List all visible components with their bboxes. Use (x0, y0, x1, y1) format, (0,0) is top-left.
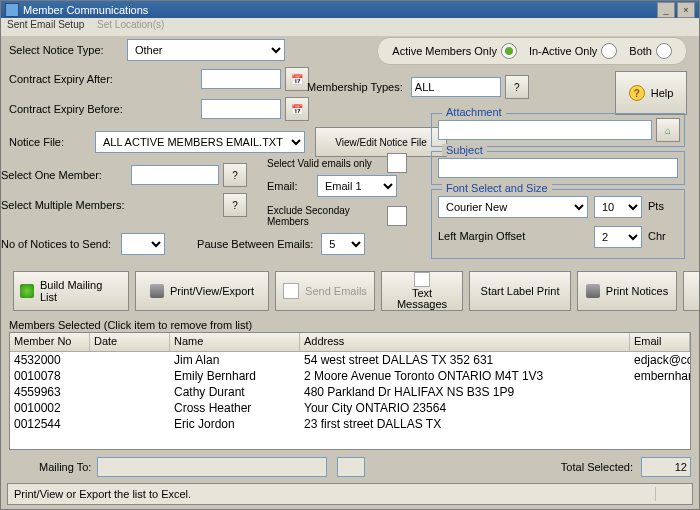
subject-fieldset: Subject (431, 151, 685, 185)
attachment-fieldset: Attachment ⌂ (431, 113, 685, 147)
members-list: Members Selected (Click item to remove f… (9, 319, 691, 471)
folder-icon: ⌂ (665, 125, 671, 136)
radio-both[interactable]: Both (629, 43, 672, 59)
build-mailing-list-button[interactable]: Build Mailing List (13, 271, 129, 311)
notice-file-select[interactable]: ALL ACTIVE MEMBERS EMAIL.TXT (95, 131, 305, 153)
contract-before-date-button[interactable]: 📅 (285, 97, 309, 121)
bottom-row: Mailing To: Total Selected: (9, 455, 691, 479)
pts-label: Pts (648, 200, 664, 212)
notice-type-label: Select Notice Type: (9, 44, 123, 56)
no-notices-select[interactable] (121, 233, 165, 255)
grid-header: Member No Date Name Address Email (10, 333, 690, 352)
send-emails-button[interactable]: Send Emails (275, 271, 375, 311)
app-icon (5, 3, 19, 17)
printer-icon (150, 284, 164, 298)
mail-icon (283, 283, 299, 299)
start-label-print-button[interactable]: Start Label Print (469, 271, 571, 311)
total-selected-label: Total Selected: (561, 461, 633, 473)
window: Member Communications _ × Sent Email Set… (0, 0, 700, 510)
col-name[interactable]: Name (170, 333, 300, 351)
membership-types-label: Membership Types: (307, 81, 403, 93)
attachment-legend: Attachment (442, 106, 506, 118)
help-button[interactable]: ? Help (615, 71, 687, 115)
email-select[interactable]: Email 1 (317, 175, 397, 197)
printer-icon (586, 284, 600, 298)
contract-before-label: Contract Expiry Before: (9, 103, 139, 115)
table-row[interactable]: 4559963Cathy Durant480 Parkland Dr HALIF… (10, 384, 690, 400)
contract-after-label: Contract Expiry After: (9, 73, 139, 85)
notice-type-select[interactable]: Other (127, 39, 285, 61)
table-row[interactable]: 0010078Emily Bernhard2 Moore Avenue Toro… (10, 368, 690, 384)
close-button[interactable]: × (677, 2, 695, 18)
select-multiple-label: Select Multiple Members: (1, 199, 137, 211)
col-date[interactable]: Date (90, 333, 170, 351)
titlebar: Member Communications _ × (1, 1, 699, 18)
print-notices-button[interactable]: Print Notices (577, 271, 677, 311)
radio-active[interactable]: Active Members Only (392, 43, 517, 59)
pause-select[interactable]: 5 (321, 233, 365, 255)
plus-icon (20, 284, 34, 298)
select-one-input[interactable] (131, 165, 219, 185)
exclude-secondary-checkbox[interactable] (387, 206, 407, 226)
select-valid-label: Select Valid emails only (267, 158, 387, 169)
font-size-select[interactable]: 10 (594, 196, 642, 218)
attachment-browse-button[interactable]: ⌂ (656, 118, 680, 142)
radio-icon (656, 43, 672, 59)
action-toolbar: Build Mailing List Print/View/Export Sen… (13, 271, 687, 311)
table-row[interactable]: 4532000Jim Alan54 west street DALLAS TX … (10, 352, 690, 368)
radio-icon (501, 43, 517, 59)
contract-after-input[interactable] (201, 69, 281, 89)
col-address[interactable]: Address (300, 333, 630, 351)
no-notices-label: No of Notices to Send: (1, 238, 111, 250)
help-icon: ? (629, 85, 645, 101)
menu-set-locations: Set Location(s) (97, 19, 164, 30)
calendar-icon: 📅 (291, 104, 303, 115)
total-selected-value (641, 457, 691, 477)
chr-label: Chr (648, 230, 666, 242)
font-legend: Font Select and Size (442, 182, 552, 194)
window-title: Member Communications (23, 4, 148, 16)
mailing-to-input[interactable] (97, 457, 327, 477)
table-row[interactable]: 0012544Eric Jordon23 first street DALLAS… (10, 416, 690, 432)
print-view-export-button[interactable]: Print/View/Export (135, 271, 269, 311)
grid-body[interactable]: 4532000Jim Alan54 west street DALLAS TX … (10, 352, 690, 448)
status-bar: Print/View or Export the list to Excel. (7, 483, 693, 505)
select-valid-checkbox[interactable] (387, 153, 407, 173)
pause-label: Pause Between Emails: (197, 238, 313, 250)
email-label: Email: (267, 180, 317, 192)
menubar: Sent Email Setup Set Location(s) (1, 18, 699, 36)
minimize-button[interactable]: _ (657, 2, 675, 18)
exit-button[interactable]: Exit (683, 271, 700, 311)
membership-types-input[interactable] (411, 77, 501, 97)
mailing-to-label: Mailing To: (39, 461, 91, 473)
margin-label: Left Margin Offset (438, 230, 525, 242)
radio-icon (601, 43, 617, 59)
message-icon (414, 272, 430, 287)
select-one-help-button[interactable]: ? (223, 163, 247, 187)
select-one-label: Select One Member: (1, 169, 127, 181)
members-list-title: Members Selected (Click item to remove f… (9, 319, 691, 331)
text-messages-button[interactable]: Text Messages (381, 271, 463, 311)
membership-types-help-button[interactable]: ? (505, 75, 529, 99)
exclude-secondary-label: Exclude Seconday Members (267, 205, 387, 227)
col-email[interactable]: Email (630, 333, 690, 351)
select-multiple-help-button[interactable]: ? (223, 193, 247, 217)
attachment-input[interactable] (438, 120, 652, 140)
margin-select[interactable]: 2 (594, 226, 642, 248)
font-fieldset: Font Select and Size Courier New 10 Pts … (431, 189, 685, 259)
radio-inactive[interactable]: In-Active Only (529, 43, 617, 59)
contract-after-date-button[interactable]: 📅 (285, 67, 309, 91)
col-member-no[interactable]: Member No (10, 333, 90, 351)
calendar-icon: 📅 (291, 74, 303, 85)
subject-input[interactable] (438, 158, 678, 178)
font-select[interactable]: Courier New (438, 196, 588, 218)
contract-before-input[interactable] (201, 99, 281, 119)
table-row[interactable]: 0010002Cross Heather Your City ONTARIO 2… (10, 400, 690, 416)
subject-legend: Subject (442, 144, 487, 156)
member-filter-radios: Active Members Only In-Active Only Both (377, 37, 687, 65)
status-text: Print/View or Export the list to Excel. (14, 488, 191, 500)
members-grid: Member No Date Name Address Email 453200… (9, 332, 691, 450)
notice-file-label: Notice File: (9, 136, 89, 148)
menu-sent-email-setup[interactable]: Sent Email Setup (7, 19, 84, 30)
mailing-to-extra-input[interactable] (337, 457, 365, 477)
